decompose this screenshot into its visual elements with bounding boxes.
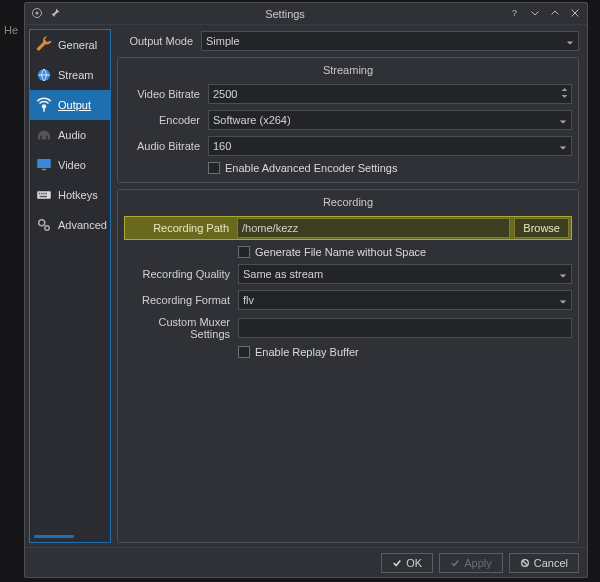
audio-bitrate-label: Audio Bitrate <box>124 140 204 152</box>
recording-quality-value: Same as stream <box>243 268 323 280</box>
audio-bitrate-value: 160 <box>213 140 231 152</box>
svg-text:?: ? <box>512 8 517 18</box>
audio-bitrate-select[interactable]: 160 <box>208 136 572 156</box>
recording-path-row: Recording Path /home/kezz Browse <box>124 216 572 240</box>
replay-label: Enable Replay Buffer <box>255 346 359 358</box>
sidebar-item-label: Advanced <box>58 219 107 231</box>
encoder-select[interactable]: Software (x264) <box>208 110 572 130</box>
svg-rect-11 <box>43 193 45 195</box>
window-title: Settings <box>61 8 509 20</box>
cancel-button[interactable]: Cancel <box>509 553 579 573</box>
encoder-label: Encoder <box>124 114 204 126</box>
svg-rect-13 <box>40 196 48 198</box>
chevron-down-icon <box>559 142 567 150</box>
recording-path-label: Recording Path <box>127 222 233 234</box>
muxer-label: Custom Muxer Settings <box>124 316 234 340</box>
video-bitrate-input[interactable]: 2500 <box>208 84 572 104</box>
recording-quality-select[interactable]: Same as stream <box>238 264 572 284</box>
recording-title: Recording <box>124 196 572 208</box>
advanced-encoder-checkbox[interactable] <box>208 162 220 174</box>
output-mode-row: Output Mode Simple <box>117 31 579 51</box>
chevron-down-icon <box>559 296 567 304</box>
svg-rect-8 <box>37 191 51 199</box>
recording-quality-label: Recording Quality <box>124 268 234 280</box>
muxer-input[interactable] <box>238 318 572 338</box>
streaming-group: Streaming Video Bitrate 2500 Encoder S <box>117 57 579 183</box>
output-mode-value: Simple <box>206 35 240 47</box>
sidebar-item-audio[interactable]: Audio <box>30 120 110 150</box>
recording-format-select[interactable]: flv <box>238 290 572 310</box>
svg-rect-9 <box>39 193 41 195</box>
gears-icon <box>34 215 54 235</box>
monitor-icon <box>34 155 54 175</box>
apply-label: Apply <box>464 557 492 569</box>
advanced-encoder-label: Enable Advanced Encoder Settings <box>225 162 397 174</box>
browse-label: Browse <box>523 222 560 234</box>
chevron-down-icon <box>566 37 574 45</box>
cancel-label: Cancel <box>534 557 568 569</box>
recording-group: Recording Recording Path /home/kezz Brow… <box>117 189 579 543</box>
sidebar: General Stream Output Audio Video Hotkey… <box>29 29 111 543</box>
sidebar-item-general[interactable]: General <box>30 30 110 60</box>
video-bitrate-label: Video Bitrate <box>124 88 204 100</box>
no-space-row: Generate File Name without Space <box>238 246 572 258</box>
replay-checkbox[interactable] <box>238 346 250 358</box>
recording-format-label: Recording Format <box>124 294 234 306</box>
settings-window: Settings ? General Stream Output <box>24 2 588 578</box>
muxer-row: Custom Muxer Settings <box>124 316 572 340</box>
recording-path-value: /home/kezz <box>242 222 298 234</box>
svg-rect-10 <box>41 193 43 195</box>
globe-icon <box>34 65 54 85</box>
check-icon <box>392 558 402 568</box>
svg-point-1 <box>36 11 39 14</box>
browse-button[interactable]: Browse <box>514 218 569 238</box>
no-space-label: Generate File Name without Space <box>255 246 426 258</box>
audio-bitrate-row: Audio Bitrate 160 <box>124 136 572 156</box>
chevron-down-icon <box>559 270 567 278</box>
main-panel: Output Mode Simple Streaming Video Bitra… <box>113 25 587 547</box>
recording-path-input[interactable]: /home/kezz <box>237 218 510 238</box>
advanced-encoder-row: Enable Advanced Encoder Settings <box>208 162 572 174</box>
sidebar-scrollbar[interactable] <box>34 535 74 538</box>
sidebar-item-stream[interactable]: Stream <box>30 60 110 90</box>
check-icon <box>450 558 460 568</box>
no-space-checkbox[interactable] <box>238 246 250 258</box>
close-icon[interactable] <box>569 7 581 21</box>
wrench-icon <box>34 35 54 55</box>
video-bitrate-row: Video Bitrate 2500 <box>124 84 572 104</box>
recording-format-row: Recording Format flv <box>124 290 572 310</box>
svg-rect-7 <box>42 169 47 171</box>
cancel-icon <box>520 558 530 568</box>
ok-label: OK <box>406 557 422 569</box>
spinner-icon[interactable] <box>561 86 568 100</box>
help-icon[interactable]: ? <box>509 7 521 21</box>
app-icon <box>31 7 43 21</box>
streaming-title: Streaming <box>124 64 572 76</box>
svg-point-14 <box>39 220 45 226</box>
sidebar-item-label: Audio <box>58 129 86 141</box>
pin-icon[interactable] <box>49 7 61 21</box>
output-mode-label: Output Mode <box>117 35 197 47</box>
minimize-icon[interactable] <box>529 7 541 21</box>
sidebar-item-label: Video <box>58 159 86 171</box>
ok-button[interactable]: OK <box>381 553 433 573</box>
apply-button[interactable]: Apply <box>439 553 503 573</box>
svg-rect-6 <box>37 159 51 168</box>
svg-point-15 <box>45 226 50 231</box>
chevron-down-icon <box>559 116 567 124</box>
recording-quality-row: Recording Quality Same as stream <box>124 264 572 284</box>
sidebar-item-output[interactable]: Output <box>30 90 110 120</box>
titlebar: Settings ? <box>25 3 587 25</box>
replay-row: Enable Replay Buffer <box>238 346 572 358</box>
sidebar-item-label: Hotkeys <box>58 189 98 201</box>
output-mode-select[interactable]: Simple <box>201 31 579 51</box>
sidebar-item-hotkeys[interactable]: Hotkeys <box>30 180 110 210</box>
dialog-footer: OK Apply Cancel <box>25 547 587 577</box>
sidebar-item-advanced[interactable]: Advanced <box>30 210 110 240</box>
recording-format-value: flv <box>243 294 254 306</box>
backdrop-text: He <box>4 24 18 36</box>
sidebar-item-video[interactable]: Video <box>30 150 110 180</box>
sidebar-item-label: Stream <box>58 69 93 81</box>
broadcast-icon <box>34 95 54 115</box>
maximize-icon[interactable] <box>549 7 561 21</box>
